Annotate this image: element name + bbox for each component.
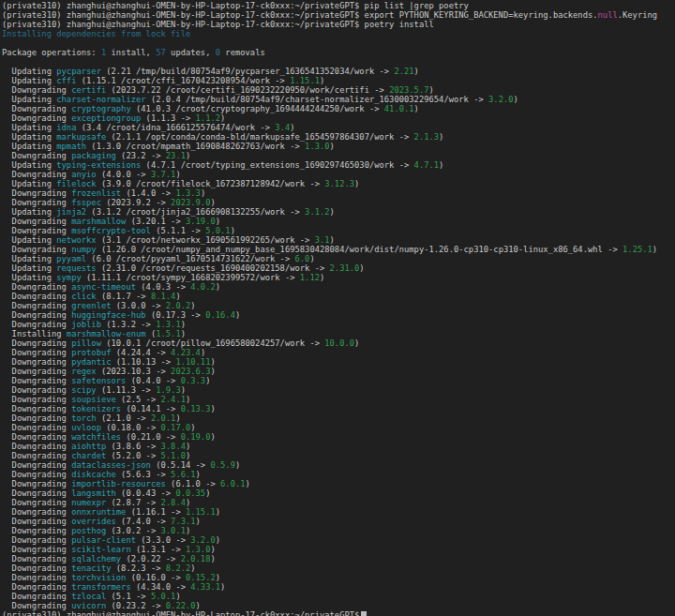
terminal-text: (3.0.0 -> [112,301,166,310]
package-line: Downgrading uvloop (0.18.0 -> 0.17.0) [2,423,675,432]
terminal-text: (1.4.0 -> [121,188,175,198]
package-name: safetensors [71,376,126,385]
terminal-text: (1.11.1 /croot/sympy_1668202399572/work … [82,273,300,282]
terminal-text: Downgrading [2,245,71,254]
package-line: Updating pycparser (2.21 /tmp/build/8075… [2,67,675,76]
package-line: Downgrading uvicorn (0.23.2 -> 0.22.0) [2,601,675,610]
package-name: sympy [56,273,81,282]
terminal-text: ) [186,395,190,404]
terminal-text: 2.1.3 [414,132,439,142]
terminal-text: 57 [156,48,166,57]
terminal-text: ) [190,301,195,310]
terminal-text: 3.2.0 [488,95,513,104]
terminal-screen[interactable]: (private310) zhanghui@zhanghui-OMEN-by-H… [0,0,675,616]
terminal-text: Downgrading [2,348,71,357]
terminal-text: (8.1.7 -> [97,292,151,301]
terminal-text: Updating [2,273,56,282]
terminal-text: 1.10.11 [175,357,210,367]
terminal-text: Downgrading [2,226,71,235]
package-name: async-timeout [71,282,136,292]
terminal-text: 2.31.0 [330,263,360,273]
terminal-text: Downgrading [2,376,71,385]
terminal-text: ) [652,245,657,254]
terminal-text: ) [290,123,294,132]
terminal-text: 5.1.0 [161,451,186,460]
package-name: protobuf [71,348,111,357]
terminal-text: ) [309,254,314,263]
summary-line: Package operations: 1 install, 57 update… [2,48,675,57]
terminal-text: 7.3.1 [171,517,195,526]
terminal-text: (6.1.0 -> [166,479,220,488]
terminal-text: ) [514,95,518,104]
terminal-text: Updating [2,207,56,217]
package-line: Updating cffi (1.15.1 /croot/cffi_167042… [2,76,675,85]
terminal-text: Downgrading [2,301,71,310]
terminal-text: 2.8.4 [161,498,186,507]
terminal-text: Downgrading [2,526,71,535]
package-name: cffi [56,76,76,85]
terminal-text: Downgrading [2,104,71,113]
terminal-text: Downgrading [2,451,71,460]
terminal-text: Updating [2,95,56,104]
terminal-text: Downgrading [2,488,71,498]
terminal-text: (0.23.2 -> [106,601,166,610]
terminal-text: (1.11.3 -> [97,385,157,395]
terminal-text: ) [210,554,215,563]
package-name: diskcache [71,470,116,479]
terminal-text: (2.1.1 /opt/conda/conda-bld/markupsafe_1… [106,132,413,142]
terminal-text: Updating [2,142,56,151]
terminal-text: ) [429,85,434,95]
terminal-text: ) [216,282,220,292]
blank-line [2,57,675,67]
blank-line [2,38,675,48]
package-name: sqlalchemy [71,554,121,563]
terminal-text: 1.1.2 [196,113,220,123]
package-name: watchfiles [71,432,121,442]
shell-prompt-line: (private310) zhanghui@zhanghui-OMEN-by-H… [2,10,675,20]
package-name: joblib [71,320,101,329]
package-name: marshmallow-enum [67,329,146,338]
terminal-text: 2023.6.3 [171,367,210,376]
package-line: Updating networkx (3.1 /croot/networkx_1… [2,235,675,245]
terminal-text: (2023.10.3 -> [97,367,171,376]
package-name: pycparser [56,67,101,76]
terminal-text: ) [186,498,190,507]
terminal-text: ) [354,338,359,348]
package-name: tzlocal [71,592,106,601]
terminal-text: (1.3.2 -> [101,320,156,329]
terminal-text: Downgrading [2,404,71,413]
terminal-text: Downgrading [2,563,71,573]
terminal-text: (6.0 /croot/pyyaml_1670514731622/work -> [86,254,294,263]
terminal-text: Downgrading [2,282,71,292]
package-name: scikit-learn [71,545,131,554]
package-name: scipy [71,385,96,395]
terminal-text: 1.15.1 [290,76,320,85]
package-name: pyyaml [56,254,86,263]
terminal-text: 2.0.1 [151,413,175,423]
package-name: huggingface-hub [71,310,145,320]
terminal-text: (4.0.3 -> [136,282,190,292]
terminal-text: (0.16.0 -> [126,573,186,582]
package-name: jinja2 [56,207,86,217]
package-name: tenacity [71,563,111,573]
package-name: networkx [56,235,96,245]
terminal-text: (41.0.3 /croot/cryptography_169444424425… [131,104,384,113]
shell-prompt-line: (private310) zhanghui@zhanghui-OMEN-by-H… [2,20,675,29]
terminal-text: (1.1.3 -> [141,113,195,123]
package-line: Downgrading pulsar-client (3.3.0 -> 3.2.… [2,535,675,545]
package-line: Downgrading sqlalchemy (2.0.22 -> 2.0.18… [2,554,675,563]
terminal-text: (private310) zhanghui@zhanghui-OMEN-by-H… [2,1,469,10]
package-line: Downgrading dataclasses-json (0.5.14 -> … [2,460,675,470]
terminal-text: 8.2.2 [166,563,190,573]
terminal-text: 0.3.3 [181,376,205,385]
terminal-text: 1.5.1 [156,329,180,338]
terminal-text: (1.15.1 /croot/cffi_1670423208954/work -… [76,76,290,85]
terminal-text: ) [414,104,419,113]
package-name: numexpr [71,498,106,507]
terminal-text: Updating [2,67,56,76]
terminal-text: ) [439,132,443,142]
package-name: cryptography [71,104,131,113]
package-line: Downgrading torch (2.1.0 -> 2.0.1) [2,413,675,423]
terminal-text: Downgrading [2,517,71,526]
package-line: Downgrading numpy (1.26.0 /croot/numpy_a… [2,245,675,254]
